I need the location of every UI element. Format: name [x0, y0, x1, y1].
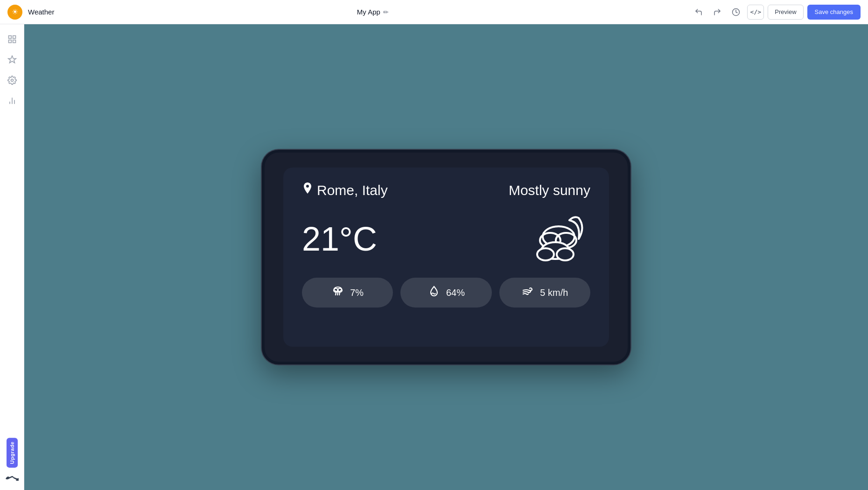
weather-card: Rome, Italy Mostly sunny 21°C: [283, 168, 609, 347]
location-pin-icon: [302, 182, 313, 198]
undo-button[interactable]: [691, 5, 706, 20]
temperature: 21°C: [302, 222, 377, 256]
canvas-area: Rome, Italy Mostly sunny 21°C: [24, 24, 868, 490]
redo-button[interactable]: [710, 5, 725, 20]
sidebar-item-settings[interactable]: [3, 71, 21, 90]
svg-point-14: [537, 248, 554, 260]
app-logo: ☀: [7, 5, 22, 20]
project-title: My App: [357, 8, 380, 16]
edit-title-icon[interactable]: ✏: [383, 8, 389, 16]
sidebar-item-pin[interactable]: [3, 50, 21, 69]
svg-rect-1: [8, 36, 11, 39]
svg-line-19: [336, 293, 336, 295]
footer-icon: [3, 473, 21, 484]
sidebar-item-chart[interactable]: [3, 91, 21, 110]
topbar: ☀ Weather My App ✏ </> Preview Save chan…: [0, 0, 868, 24]
svg-point-15: [557, 248, 574, 260]
precipitation-stat: 7%: [302, 278, 393, 308]
rain-icon: [331, 285, 344, 301]
humidity-value: 64%: [446, 287, 465, 298]
upgrade-button[interactable]: Upgrade: [7, 438, 18, 468]
topbar-actions: </> Preview Save changes: [691, 5, 861, 20]
svg-rect-2: [13, 36, 15, 39]
svg-line-21: [339, 293, 340, 295]
preview-button[interactable]: Preview: [768, 5, 803, 20]
device-frame: Rome, Italy Mostly sunny 21°C: [262, 150, 630, 364]
weather-stats-row: 7% 64%: [302, 278, 590, 332]
humidity-stat: 64%: [400, 278, 491, 308]
sidebar: Upgrade: [0, 24, 24, 490]
save-changes-button[interactable]: Save changes: [807, 5, 861, 20]
wind-stat: 5 km/h: [499, 278, 590, 308]
humidity-icon: [427, 285, 441, 301]
svg-rect-4: [13, 40, 15, 43]
svg-rect-3: [8, 40, 11, 43]
weather-middle-row: 21°C: [302, 213, 590, 265]
svg-rect-9: [16, 479, 19, 481]
weather-icon-area: [525, 213, 590, 265]
app-name: Weather: [28, 8, 54, 16]
code-button[interactable]: </>: [747, 5, 764, 20]
sidebar-item-layout[interactable]: [3, 30, 21, 49]
wind-value: 5 km/h: [540, 287, 568, 298]
logo-icon: ☀: [12, 7, 18, 16]
location-name: Rome, Italy: [317, 182, 388, 198]
topbar-center: My App ✏: [60, 8, 686, 16]
precipitation-value: 7%: [350, 287, 364, 298]
weather-description: Mostly sunny: [509, 182, 590, 198]
svg-point-5: [11, 79, 13, 82]
main-layout: Upgrade: [0, 24, 868, 490]
weather-top-row: Rome, Italy Mostly sunny: [302, 182, 590, 198]
svg-line-20: [337, 293, 338, 295]
location-block: Rome, Italy: [302, 182, 388, 198]
wind-icon: [521, 285, 534, 301]
history-button[interactable]: [728, 5, 743, 20]
